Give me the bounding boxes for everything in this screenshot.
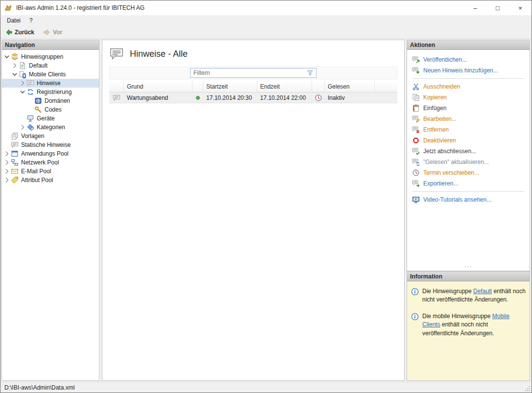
action-deaktivieren[interactable]: Deaktivieren bbox=[412, 135, 525, 146]
tree-item-hinweise[interactable]: Hinweise bbox=[2, 79, 99, 88]
chevron-spacer bbox=[3, 141, 11, 149]
tree-item-label: Hinweise bbox=[35, 80, 61, 87]
tree-item-vorlagen[interactable]: Vorlagen bbox=[2, 132, 99, 140]
info-message: Die mobile Hinweisgruppe Mobile Clients … bbox=[422, 312, 526, 338]
action-veroeffentlichen[interactable]: Veröffentlichen... bbox=[412, 54, 525, 65]
filter-box[interactable] bbox=[190, 68, 316, 78]
read-clock-icon bbox=[314, 94, 322, 102]
menu-datei[interactable]: Datei bbox=[2, 16, 25, 25]
action-label: Bearbeiten... bbox=[423, 116, 457, 122]
actions-header: Aktionen bbox=[407, 40, 530, 50]
column-header-notice-icon[interactable] bbox=[109, 81, 124, 92]
action-label: Veröffentlichen... bbox=[423, 56, 467, 63]
action-termin-verschieben[interactable]: Termin verschieben... bbox=[412, 167, 525, 178]
table-row[interactable]: Wartungsabend 17.10.2014 20:30 17.10.201… bbox=[109, 92, 397, 103]
forward-button: Vor bbox=[41, 27, 65, 37]
chevron-down-icon[interactable] bbox=[19, 88, 26, 96]
tree-item-default[interactable]: Default bbox=[2, 61, 99, 70]
chevron-right-icon[interactable] bbox=[11, 62, 19, 69]
filter-input[interactable] bbox=[193, 69, 306, 76]
chevron-spacer bbox=[26, 97, 34, 105]
finish-now-icon bbox=[412, 147, 420, 155]
tree-item-anwendungs-pool[interactable]: Anwendungs Pool bbox=[2, 149, 99, 158]
chevron-down-icon[interactable] bbox=[11, 70, 19, 78]
action-entfernen[interactable]: Entfernen bbox=[412, 124, 525, 135]
cut-icon bbox=[412, 83, 420, 91]
column-header-grund[interactable]: Grund bbox=[124, 81, 193, 92]
chevron-down-icon[interactable] bbox=[3, 53, 11, 61]
table-header: Grund Startzeit Endzeit Gelesen bbox=[109, 81, 397, 92]
column-header-gelesen-icon[interactable] bbox=[312, 81, 325, 92]
chevron-right-icon[interactable] bbox=[19, 123, 26, 131]
action-label: Video-Tutorials ansehen... bbox=[423, 196, 491, 203]
action-ausschneiden[interactable]: Ausschneiden bbox=[412, 81, 525, 92]
chevron-right-icon[interactable] bbox=[3, 167, 11, 175]
app-logo-icon bbox=[4, 3, 13, 12]
actions-overflow-indicator[interactable]: ... bbox=[412, 263, 525, 268]
action-video-tutorials[interactable]: Video-Tutorials ansehen... bbox=[412, 194, 525, 205]
tree-item-netzwerk-pool[interactable]: Netzwerk Pool bbox=[2, 158, 99, 167]
chevron-right-icon[interactable] bbox=[19, 79, 26, 87]
column-header-startzeit[interactable]: Startzeit bbox=[203, 81, 257, 92]
chevron-right-icon[interactable] bbox=[3, 176, 11, 184]
application-pool-icon bbox=[11, 150, 19, 158]
tree-item-label: Hinweisgruppen bbox=[19, 53, 63, 60]
main-panel: Hinweise - Alle Grund Startzeit Endzeit bbox=[102, 40, 405, 381]
tree-item-hinweisgruppen[interactable]: Hinweisgruppen bbox=[2, 52, 99, 61]
tree-item-email-pool[interactable]: E-Mail Pool bbox=[2, 167, 99, 176]
tree-item-codes[interactable]: Codes bbox=[2, 105, 99, 114]
add-notice-icon bbox=[412, 67, 420, 74]
info-link-default[interactable]: Default bbox=[473, 288, 492, 295]
tree-item-registrierung[interactable]: Registrierung bbox=[2, 88, 99, 96]
action-bearbeiten[interactable]: Bearbeiten... bbox=[412, 114, 525, 124]
edit-icon bbox=[412, 115, 420, 123]
templates-icon bbox=[11, 132, 19, 140]
action-gelesen-aktualisieren[interactable]: "Gelesen" aktualisieren... bbox=[412, 157, 525, 167]
tree-item-label: Kategorien bbox=[35, 124, 65, 131]
chevron-right-icon[interactable] bbox=[3, 159, 11, 166]
filter-bar bbox=[109, 67, 397, 79]
column-header-status[interactable] bbox=[193, 81, 203, 92]
publish-icon bbox=[412, 56, 420, 64]
close-button[interactable]: × bbox=[509, 0, 532, 15]
navigation-panel: Navigation Hinweisgruppen Default Mobile… bbox=[1, 40, 99, 381]
minimize-button[interactable]: – bbox=[464, 0, 486, 15]
action-kopieren[interactable]: Kopieren bbox=[412, 92, 525, 103]
action-exportieren[interactable]: Exportieren... bbox=[412, 178, 525, 189]
network-pool-icon bbox=[11, 159, 19, 166]
info-message: Die Hinweisgruppe Default enthält noch n… bbox=[422, 287, 526, 304]
attribute-pool-icon bbox=[11, 176, 19, 184]
tree-item-label: Geräte bbox=[35, 115, 55, 122]
tree-item-label: Mobile Clients bbox=[27, 71, 66, 78]
action-jetzt-abschliessen[interactable]: Jetzt abschliessen... bbox=[412, 146, 525, 157]
tree-item-statische-hinweise[interactable]: Statische Hinweise bbox=[2, 140, 99, 149]
action-label: Deaktivieren bbox=[423, 137, 456, 144]
maximize-button[interactable]: □ bbox=[486, 0, 509, 15]
chevron-right-icon[interactable] bbox=[3, 150, 11, 158]
notices-table: Grund Startzeit Endzeit Gelesen Wartungs… bbox=[109, 67, 397, 373]
tree-item-kategorien[interactable]: Kategorien bbox=[2, 123, 99, 132]
video-tutorials-icon bbox=[412, 196, 420, 204]
domains-icon bbox=[34, 97, 43, 105]
action-label: Kopieren bbox=[423, 94, 447, 101]
info-text-prefix: Die Hinweisgruppe bbox=[422, 288, 473, 295]
action-neuen-hinweis-hinzufuegen[interactable]: Neuen Hinweis hinzufügen... bbox=[412, 65, 525, 76]
tree-item-geraete[interactable]: Geräte bbox=[2, 114, 99, 123]
action-einfuegen[interactable]: Einfügen bbox=[412, 103, 525, 114]
tree-item-label: Attribut Pool bbox=[19, 177, 53, 184]
workspace: Navigation Hinweisgruppen Default Mobile… bbox=[0, 39, 532, 382]
tree-item-attribut-pool[interactable]: Attribut Pool bbox=[2, 176, 99, 185]
menu-help[interactable]: ? bbox=[25, 16, 37, 25]
tree-item-label: Default bbox=[27, 62, 48, 69]
categories-icon bbox=[26, 123, 35, 131]
tree-item-mobile-clients[interactable]: Mobile Clients bbox=[2, 70, 99, 79]
cell-endzeit: 17.10.2014 22:00 bbox=[257, 94, 312, 101]
resize-grip-icon[interactable] bbox=[523, 384, 531, 392]
column-header-gelesen[interactable]: Gelesen bbox=[325, 81, 375, 92]
tree-item-domaenen[interactable]: Domänen bbox=[2, 96, 99, 105]
column-header-endzeit[interactable]: Endzeit bbox=[257, 81, 312, 92]
back-button[interactable]: Zurück bbox=[2, 27, 37, 37]
information-panel: Information Die Hinweisgruppe Default en… bbox=[407, 271, 530, 381]
filter-funnel-icon[interactable] bbox=[306, 69, 314, 77]
mobile-group-icon bbox=[19, 70, 27, 78]
